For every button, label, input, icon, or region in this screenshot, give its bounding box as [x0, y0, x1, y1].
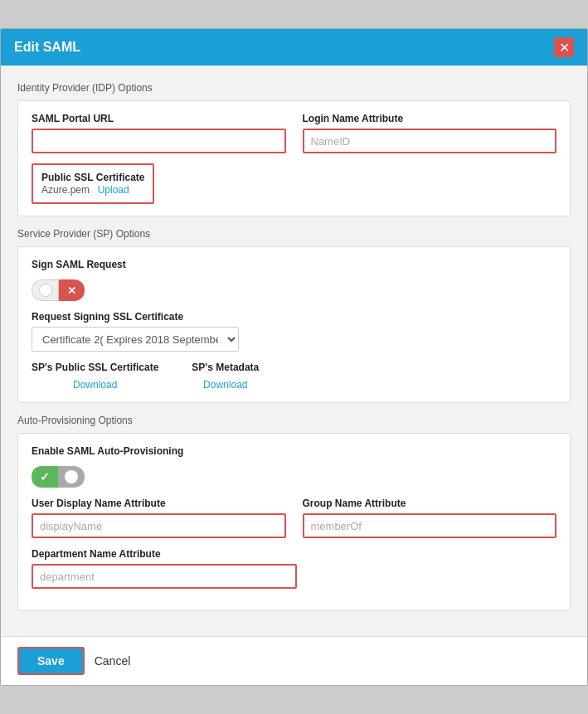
ssl-cert-filename: Azure.pem: [41, 184, 90, 196]
modal-title: Edit SAML: [14, 40, 80, 55]
login-name-attr-label: Login Name Attribute: [303, 113, 557, 124]
sign-toggle-on-part: ✕: [59, 279, 85, 301]
request-signing-label: Request Signing SSL Certificate: [32, 311, 556, 323]
login-name-attr-group: Login Name Attribute: [303, 113, 557, 153]
department-name-row: Department Name Attribute: [32, 548, 556, 589]
group-name-group: Group Name Attribute: [303, 498, 557, 538]
auto-prov-section-box: Enable SAML Auto-Provisioning ✓ User Dis…: [17, 433, 571, 611]
group-name-input[interactable]: [303, 513, 557, 538]
sign-saml-label: Sign SAML Request: [32, 259, 556, 270]
toggle-gray-part: [58, 466, 85, 488]
request-signing-select[interactable]: Certificate 2( Expires 2018 September ): [32, 327, 239, 352]
user-display-name-label: User Display Name Attribute: [32, 498, 286, 509]
enable-auto-prov-group: Enable SAML Auto-Provisioning ✓: [32, 445, 556, 488]
edit-saml-modal: Edit SAML ✕ Identity Provider (IDP) Opti…: [0, 28, 588, 686]
login-name-attr-input[interactable]: [303, 129, 557, 153]
toggle-green-part: ✓: [32, 466, 58, 488]
saml-portal-url-group: SAML Portal URL: [32, 113, 286, 153]
sp-public-ssl-download-button[interactable]: Download: [32, 379, 158, 391]
sign-toggle-off-part: [32, 279, 59, 301]
auto-prov-attr-row: User Display Name Attribute Group Name A…: [32, 498, 556, 538]
sp-metadata-group: SP's Metadata Download: [192, 362, 259, 391]
modal-header: Edit SAML ✕: [1, 29, 587, 66]
department-name-label: Department Name Attribute: [32, 548, 297, 560]
auto-prov-section-label: Auto-Provisioning Options: [17, 415, 571, 426]
request-signing-group: Request Signing SSL Certificate Certific…: [32, 311, 556, 352]
enable-auto-prov-label: Enable SAML Auto-Provisioning: [32, 445, 556, 457]
sp-links-row: SP's Public SSL Certificate Download SP'…: [32, 362, 556, 391]
ssl-cert-file-row: Azure.pem Upload: [41, 183, 144, 196]
public-ssl-cert-label: Public SSL Certificate: [41, 172, 144, 183]
group-name-label: Group Name Attribute: [303, 498, 557, 509]
user-display-name-input[interactable]: [32, 513, 286, 538]
sp-section-box: Sign SAML Request ✕ Request Signing SSL …: [17, 246, 571, 403]
saml-portal-url-label: SAML Portal URL: [32, 113, 286, 124]
modal-close-button[interactable]: ✕: [554, 37, 574, 57]
sp-metadata-label: SP's Metadata: [192, 362, 259, 373]
sign-saml-group: Sign SAML Request ✕: [32, 259, 556, 301]
sp-public-ssl-group: SP's Public SSL Certificate Download: [32, 362, 158, 391]
cancel-button[interactable]: Cancel: [95, 654, 131, 668]
sp-metadata-download-button[interactable]: Download: [192, 379, 259, 391]
saml-portal-url-input[interactable]: [32, 129, 286, 153]
idp-top-row: SAML Portal URL Login Name Attribute: [32, 113, 556, 153]
ssl-cert-upload-button[interactable]: Upload: [98, 184, 129, 196]
sign-saml-toggle[interactable]: ✕: [32, 279, 85, 301]
user-display-name-group: User Display Name Attribute: [32, 498, 286, 538]
idp-section-label: Identity Provider (IDP) Options: [17, 82, 571, 94]
idp-section-box: SAML Portal URL Login Name Attribute Pub…: [17, 100, 571, 216]
save-button[interactable]: Save: [17, 647, 85, 675]
modal-body: Identity Provider (IDP) Options SAML Por…: [1, 66, 587, 636]
department-name-group: Department Name Attribute: [32, 548, 297, 589]
enable-auto-prov-toggle[interactable]: ✓: [32, 466, 85, 488]
modal-footer: Save Cancel: [1, 636, 587, 685]
sp-section-label: Service Provider (SP) Options: [17, 228, 571, 240]
sp-public-ssl-label: SP's Public SSL Certificate: [32, 362, 158, 373]
department-name-input[interactable]: [32, 564, 297, 589]
public-ssl-cert-box: Public SSL Certificate Azure.pem Upload: [32, 163, 154, 204]
